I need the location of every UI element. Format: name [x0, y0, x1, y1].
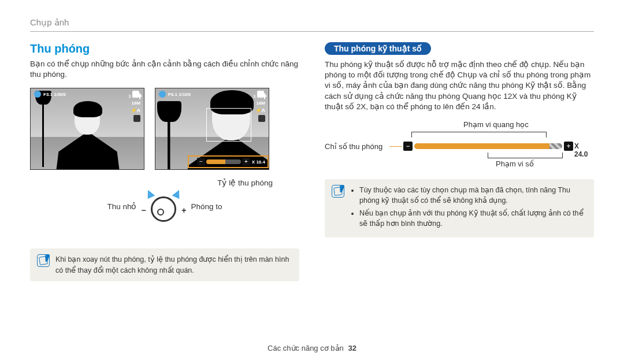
zoom-knob-diagram: Thu nhỏ − + Phóng to: [30, 190, 299, 223]
shot-count: 1: [128, 94, 131, 99]
zoom-index-label: Chỉ số thu phóng: [325, 142, 382, 151]
minus-sign: −: [141, 206, 146, 215]
digital-range-label: Phạm vi số: [496, 159, 534, 168]
camera-screen-wide: F3.1 1/30S 1 16M ⚡A: [30, 88, 144, 170]
digital-bracket: [488, 153, 563, 158]
camera-screen-zoomed: F6.1 1/10S 1 16M ⚡A − + X 10.4: [155, 88, 269, 170]
screenshot-row: F3.1 1/30S 1 16M ⚡A F6.1 1/10S: [30, 88, 299, 170]
orientation-icon: [159, 91, 166, 98]
arrow-ccw-icon: [144, 188, 155, 199]
page-footer: Các chức năng cơ bản 32: [0, 344, 624, 352]
hud-left: F6.1 1/10S: [159, 91, 191, 98]
note-item: Tùy thuộc vào các tùy chọn chụp mà bạn đ…: [359, 185, 587, 206]
flash-icon: ⚡A: [255, 107, 266, 113]
zoom-out-label: Thu nhỏ: [107, 202, 136, 211]
zoom-minus-icon: −: [197, 158, 205, 166]
exposure-readout: F6.1 1/10S: [168, 92, 191, 97]
arrow-cw-icon: [172, 188, 183, 199]
zoom-minus-icon: −: [403, 142, 413, 151]
heading-zoom: Thu phóng: [30, 42, 299, 55]
battery-icon: [139, 93, 140, 99]
exposure-readout: F3.1 1/30S: [43, 92, 66, 97]
page-number: 32: [348, 344, 356, 352]
optical-bracket: [411, 132, 547, 138]
intro-paragraph: Bạn có thể chụp những bức ảnh cận cảnh b…: [30, 59, 299, 80]
breadcrumb: Chụp ảnh: [30, 17, 594, 28]
digital-zoom-body: Thu phóng kỹ thuật số được hỗ trợ mặc đị…: [325, 60, 594, 112]
note-text: Khi bạn xoay nút thu phóng, tỷ lệ thu ph…: [55, 254, 292, 275]
hud-right: 1 16M ⚡A: [128, 91, 140, 122]
sd-icon: [132, 91, 139, 98]
footer-section: Các chức năng cơ bản: [268, 344, 344, 352]
zoom-range-diagram: Phạm vi quang học Chỉ số thu phóng − + X…: [325, 120, 594, 169]
plus-sign: +: [181, 206, 186, 215]
zoom-readout: X 24.0: [574, 142, 594, 158]
note-item: Nếu bạn chụp ảnh với thu phóng Kỹ thuật …: [359, 208, 587, 229]
left-column: Thu phóng Bạn có thể chụp những bức ảnh …: [30, 42, 299, 281]
zoom-readout: X 10.4: [252, 159, 265, 165]
battery-icon: [264, 93, 265, 99]
zoom-ratio-label: Tỷ lệ thu phóng: [30, 178, 299, 187]
zoom-plus-icon: +: [564, 142, 573, 151]
mode-icon: [258, 115, 265, 122]
zoom-knob-icon: [151, 196, 176, 222]
hud-right: 1 16M ⚡A: [253, 91, 265, 122]
zoom-track: [414, 143, 562, 149]
digital-segment: [549, 143, 562, 149]
orientation-icon: [34, 91, 41, 98]
zoom-plus-icon: +: [242, 158, 250, 166]
note-box-right: Tùy thuộc vào các tùy chọn chụp mà bạn đ…: [325, 179, 594, 237]
mode-icon: [133, 115, 140, 122]
note-icon: [332, 185, 344, 198]
shot-count: 1: [253, 94, 255, 99]
divider: [30, 31, 594, 32]
heading-digital-zoom: Thu phóng kỹ thuật số: [325, 42, 431, 55]
right-column: Thu phóng kỹ thuật số Thu phóng kỹ thuật…: [325, 42, 594, 281]
optical-range-label: Phạm vi quang học: [463, 120, 529, 129]
callout-line: [389, 146, 402, 147]
resolution-readout: 16M: [256, 101, 265, 106]
note-box-left: Khi bạn xoay nút thu phóng, tỷ lệ thu ph…: [30, 248, 299, 281]
focus-rect: [206, 108, 251, 142]
flash-icon: ⚡A: [131, 107, 141, 113]
zoom-bar: − + X 10.4: [197, 158, 265, 166]
zoom-in-label: Phóng to: [191, 202, 222, 211]
note-list: Tùy thuộc vào các tùy chọn chụp mà bạn đ…: [350, 185, 587, 232]
sd-icon: [257, 91, 264, 98]
note-icon: [37, 254, 50, 267]
optical-segment: [414, 143, 549, 149]
resolution-readout: 16M: [131, 101, 140, 106]
hud-left: F3.1 1/30S: [34, 91, 66, 98]
